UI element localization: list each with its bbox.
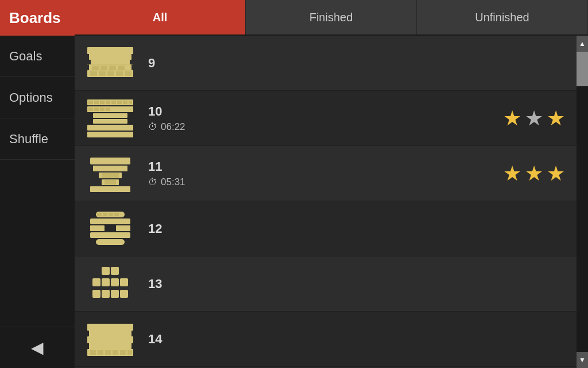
svg-rect-18 <box>93 113 127 118</box>
main-content: All Finished Unfinished <box>75 0 588 368</box>
svg-rect-19 <box>93 119 127 124</box>
clock-icon: ⏱ <box>148 122 157 132</box>
scroll-down-button[interactable]: ▼ <box>577 352 588 368</box>
board-row[interactable]: 13 <box>75 256 577 312</box>
svg-rect-11 <box>125 71 131 76</box>
board-row[interactable]: 12 <box>75 201 577 256</box>
star-1: ★ <box>503 106 521 131</box>
board-row[interactable]: 9 <box>75 36 577 91</box>
svg-rect-35 <box>93 166 127 171</box>
svg-rect-23 <box>94 101 99 104</box>
svg-rect-9 <box>107 71 114 76</box>
svg-rect-22 <box>88 101 93 104</box>
board-thumbnail-9 <box>82 40 139 86</box>
back-button[interactable]: ◀ <box>0 327 75 368</box>
star-1: ★ <box>503 162 521 186</box>
svg-rect-20 <box>87 125 133 131</box>
svg-rect-26 <box>111 101 116 104</box>
scroll-up-button[interactable]: ▲ <box>577 36 588 52</box>
svg-rect-49 <box>109 213 113 216</box>
board-thumbnail-13 <box>82 261 139 307</box>
board-number: 14 <box>148 332 570 347</box>
tab-finished[interactable]: Finished <box>246 0 417 34</box>
svg-rect-48 <box>103 213 107 216</box>
svg-rect-66 <box>90 350 96 355</box>
svg-rect-67 <box>98 350 103 355</box>
svg-rect-29 <box>129 101 132 104</box>
board-info-9: 9 <box>148 56 570 71</box>
board-time: ⏱ 05:31 <box>148 177 503 188</box>
goals-label: Goals <box>9 49 42 64</box>
list-area: 9 <box>75 36 588 368</box>
star-3: ★ <box>547 106 565 131</box>
svg-rect-31 <box>94 108 99 111</box>
svg-rect-7 <box>90 71 97 76</box>
board-row[interactable]: 10 ⏱ 06:22 ★ ★ ★ <box>75 91 577 146</box>
svg-rect-52 <box>111 267 119 275</box>
scrollbar: ▲ ▼ <box>577 36 588 368</box>
svg-rect-50 <box>114 213 119 216</box>
svg-rect-4 <box>87 47 133 54</box>
svg-rect-51 <box>102 267 110 275</box>
board-stars-11: ★ ★ ★ <box>503 162 565 186</box>
svg-rect-15 <box>118 66 125 70</box>
board-number: 13 <box>148 277 570 292</box>
svg-rect-12 <box>92 66 99 70</box>
board-row[interactable]: 11 ⏱ 05:31 ★ ★ ★ <box>75 146 577 201</box>
svg-rect-53 <box>92 278 100 286</box>
svg-rect-13 <box>100 66 107 70</box>
tab-finished-label: Finished <box>310 11 353 24</box>
board-info-14: 14 <box>148 332 570 347</box>
svg-rect-65 <box>87 324 133 331</box>
sidebar-item-shuffle[interactable]: Shuffle <box>0 118 75 160</box>
svg-rect-69 <box>113 350 118 355</box>
clock-icon: ⏱ <box>148 177 157 187</box>
sidebar-brand-label: Boards <box>9 9 61 27</box>
board-thumbnail-11 <box>82 151 139 197</box>
svg-rect-56 <box>120 278 128 286</box>
svg-rect-25 <box>106 101 110 104</box>
svg-rect-58 <box>102 290 110 298</box>
svg-rect-46 <box>96 239 125 245</box>
board-number: 11 <box>148 159 503 174</box>
board-thumbnail-12 <box>82 206 139 252</box>
svg-rect-44 <box>116 225 130 231</box>
svg-rect-32 <box>100 108 105 111</box>
sidebar: Boards Goals Options Shuffle ◀ <box>0 0 75 368</box>
scroll-up-icon: ▲ <box>579 40 586 48</box>
svg-rect-71 <box>127 350 132 355</box>
board-time: ⏱ 06:22 <box>148 121 503 133</box>
board-number: 9 <box>148 56 570 71</box>
sidebar-item-goals[interactable]: Goals <box>0 36 75 77</box>
options-label: Options <box>9 90 53 105</box>
board-info-11: 11 ⏱ 05:31 <box>148 159 503 188</box>
svg-rect-33 <box>106 108 110 111</box>
scroll-down-icon: ▼ <box>579 356 586 364</box>
svg-rect-8 <box>99 71 106 76</box>
svg-rect-39 <box>102 173 119 178</box>
svg-rect-59 <box>111 290 119 298</box>
board-thumbnail-14 <box>82 316 139 362</box>
board-stars-10: ★ ★ ★ <box>503 106 565 131</box>
sidebar-item-options[interactable]: Options <box>0 77 75 118</box>
svg-rect-63 <box>87 336 133 343</box>
tab-all[interactable]: All <box>75 0 246 34</box>
board-info-10: 10 ⏱ 06:22 <box>148 104 503 133</box>
board-list: 9 <box>75 36 577 368</box>
tab-unfinished[interactable]: Unfinished <box>417 0 588 34</box>
board-thumbnail-10 <box>82 95 139 141</box>
svg-rect-42 <box>90 218 130 224</box>
svg-rect-47 <box>97 213 102 216</box>
sidebar-brand[interactable]: Boards <box>0 0 75 36</box>
svg-rect-60 <box>120 290 128 298</box>
scroll-track[interactable] <box>577 52 588 352</box>
svg-rect-45 <box>90 232 130 238</box>
back-icon: ◀ <box>31 338 44 357</box>
svg-rect-14 <box>109 66 116 70</box>
scroll-thumb[interactable] <box>577 52 588 86</box>
svg-rect-38 <box>90 186 130 192</box>
svg-rect-62 <box>89 343 131 350</box>
svg-rect-57 <box>92 290 100 298</box>
board-row[interactable]: 14 <box>75 312 577 367</box>
svg-rect-21 <box>87 132 133 137</box>
